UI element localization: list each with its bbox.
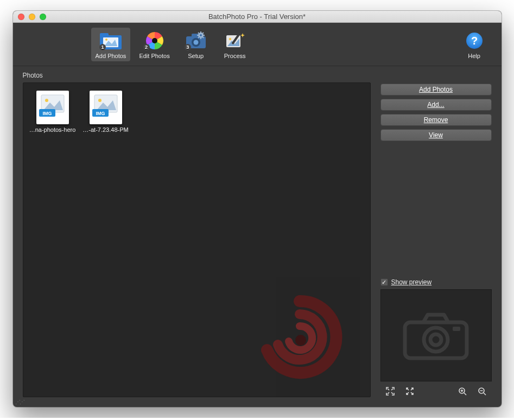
show-preview-label: Show preview <box>391 278 432 286</box>
window-title: BatchPhoto Pro - Trial Version* <box>13 12 502 21</box>
svg-line-44 <box>464 393 466 395</box>
svg-rect-1 <box>100 33 109 37</box>
preview-panel: ✓ Show preview <box>380 278 492 397</box>
toolbar-label: Edit Photos <box>139 53 169 59</box>
svg-point-6 <box>152 38 157 43</box>
toolbar-label: Add Photos <box>96 53 126 59</box>
toolbar-edit-photos[interactable]: 2 Edit Photos <box>135 28 174 61</box>
view-button[interactable]: View <box>380 129 492 141</box>
help-icon: ? <box>462 30 487 52</box>
image-file-icon: IMG <box>90 91 122 124</box>
svg-text:IMG: IMG <box>42 111 52 116</box>
step-badge: 3 <box>185 44 191 50</box>
photo-thumbnail[interactable]: IMG …na-photos-hero <box>29 88 77 133</box>
svg-line-19 <box>202 33 204 34</box>
fit-to-window-icon[interactable] <box>386 387 395 397</box>
toolbar-help[interactable]: ? Help <box>457 28 492 61</box>
step-badge: 1 <box>99 44 106 50</box>
preview-area <box>380 289 492 381</box>
fullscreen-icon[interactable] <box>40 14 46 20</box>
svg-line-48 <box>484 393 486 395</box>
remove-button[interactable]: Remove <box>380 114 492 126</box>
toolbar-label: Setup <box>188 53 204 59</box>
thumbnail-caption: …-at-7.23.48-PM <box>83 126 128 133</box>
app-window: BatchPhoto Pro - Trial Version* 1 Add Ph… <box>13 11 502 407</box>
toolbar-label: Process <box>224 53 246 59</box>
svg-point-41 <box>430 334 441 345</box>
zoom-out-icon[interactable] <box>478 387 486 397</box>
logo-watermark-icon <box>251 288 348 386</box>
svg-point-40 <box>424 328 448 352</box>
camera-gear-icon: 3 <box>183 30 208 52</box>
minimize-icon[interactable] <box>29 14 35 20</box>
svg-point-10 <box>193 40 198 44</box>
main-toolbar: 1 Add Photos 2 Edit Photos <box>13 23 502 66</box>
add-photos-button[interactable]: Add Photos <box>380 84 492 96</box>
titlebar: BatchPhoto Pro - Trial Version* <box>13 11 502 23</box>
section-title: Photos <box>23 72 492 79</box>
svg-point-38 <box>295 335 306 346</box>
svg-point-23 <box>229 37 231 40</box>
image-file-icon: IMG <box>36 91 69 124</box>
show-preview-checkbox[interactable]: ✓ <box>380 278 388 286</box>
zoom-in-icon[interactable] <box>458 387 467 397</box>
photo-thumbnail[interactable]: IMG …-at-7.23.48-PM <box>82 88 130 133</box>
wand-image-icon <box>223 30 248 52</box>
action-buttons: Add Photos Add... Remove View <box>380 84 492 141</box>
window-controls <box>13 14 46 20</box>
svg-text:?: ? <box>471 35 477 47</box>
toolbar-label: Help <box>468 53 480 59</box>
svg-point-35 <box>98 99 101 102</box>
svg-line-17 <box>202 37 204 38</box>
photo-gallery[interactable]: IMG …na-photos-hero IMG <box>23 82 371 397</box>
camera-placeholder-icon <box>401 308 471 362</box>
svg-text:IMG: IMG <box>96 111 105 116</box>
content-area: Photos IMG …na-photos-hero <box>13 66 502 407</box>
step-badge: 2 <box>143 44 150 50</box>
toolbar-add-photos[interactable]: 1 Add Photos <box>91 28 131 61</box>
svg-point-20 <box>200 34 202 36</box>
preview-controls <box>380 381 492 397</box>
side-panel: Add Photos Add... Remove View ✓ Show pre… <box>380 82 492 397</box>
close-icon[interactable] <box>18 14 24 20</box>
actual-size-icon[interactable] <box>405 387 414 397</box>
folder-image-icon: 1 <box>98 30 123 52</box>
svg-line-18 <box>198 37 199 38</box>
svg-line-16 <box>198 33 199 34</box>
svg-point-4 <box>105 39 107 41</box>
toolbar-process[interactable]: Process <box>218 28 252 61</box>
color-wheel-icon: 2 <box>142 30 167 52</box>
svg-marker-25 <box>240 33 245 37</box>
svg-rect-42 <box>453 327 460 331</box>
svg-point-30 <box>45 99 48 102</box>
thumbnail-caption: …na-photos-hero <box>29 126 76 133</box>
toolbar-setup[interactable]: 3 Setup <box>179 28 213 61</box>
add-folder-button[interactable]: Add... <box>380 99 492 111</box>
